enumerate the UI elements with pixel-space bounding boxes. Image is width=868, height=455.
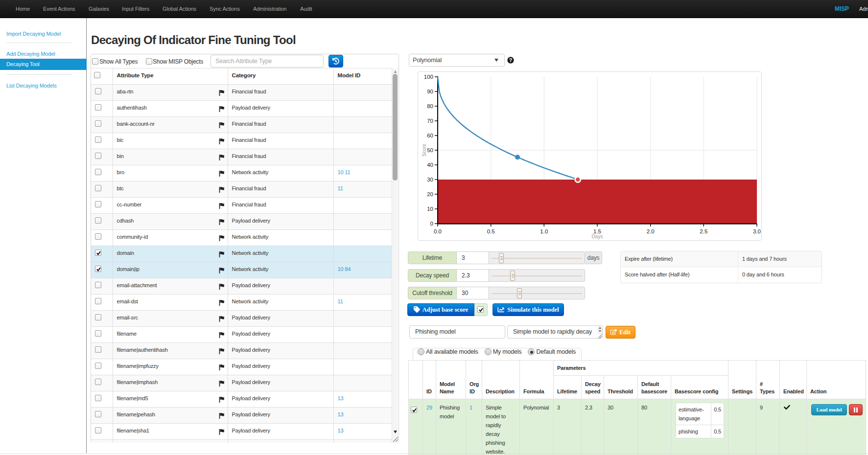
svg-text:70: 70 — [427, 118, 433, 124]
svg-text:0: 0 — [430, 221, 433, 227]
svg-text:2.0: 2.0 — [647, 228, 655, 234]
svg-text:20: 20 — [427, 191, 433, 197]
svg-text:Days: Days — [592, 234, 603, 239]
svg-text:3.0: 3.0 — [753, 228, 761, 234]
svg-text:0.0: 0.0 — [434, 228, 442, 234]
svg-text:100: 100 — [424, 74, 433, 80]
svg-text:0.5: 0.5 — [487, 228, 495, 234]
svg-text:1.0: 1.0 — [540, 228, 548, 234]
svg-text:30: 30 — [427, 177, 433, 182]
svg-text:Score: Score — [422, 144, 427, 157]
svg-text:40: 40 — [427, 162, 433, 168]
svg-text:2.5: 2.5 — [700, 228, 707, 234]
svg-text:80: 80 — [427, 103, 433, 109]
svg-text:60: 60 — [427, 133, 433, 138]
svg-text:90: 90 — [427, 89, 433, 94]
svg-text:10: 10 — [427, 206, 433, 212]
svg-text:?: ? — [509, 57, 512, 63]
svg-text:50: 50 — [427, 147, 433, 153]
